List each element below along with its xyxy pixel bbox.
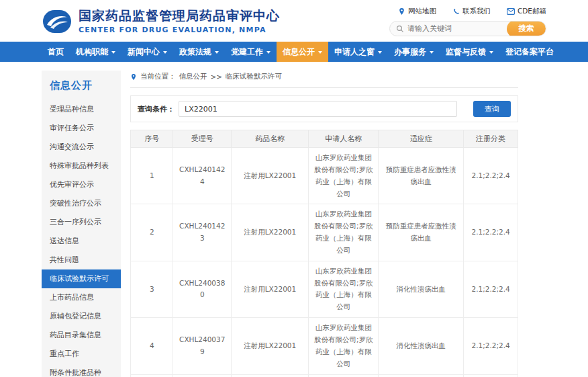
mail-icon xyxy=(507,8,515,15)
cell-reg-category: 2.1;2.2;2.4 xyxy=(464,261,518,317)
col-header-indication: 适应症 xyxy=(379,130,464,148)
quick-link-label: 联系我们 xyxy=(462,7,491,16)
col-header-reg-category: 注册分类 xyxy=(464,130,518,148)
sidebar-item-accepted-varieties[interactable]: 受理品种信息 xyxy=(42,100,121,119)
results-table: 序号 受理号 药品名称 申请人名称 适应症 注册分类 1 CXHL2401424… xyxy=(130,130,518,377)
chevron-down-icon xyxy=(215,51,219,54)
chevron-down-icon xyxy=(163,51,167,54)
breadcrumb-current-link[interactable]: 临床试验默示许可 xyxy=(226,72,282,81)
sidebar-item-special-approval-list[interactable]: 特殊审批品种列表 xyxy=(42,157,121,175)
sidebar-item-priority-review[interactable]: 优先审评公示 xyxy=(42,175,121,194)
nav-item-label: 信息公开 xyxy=(283,46,315,58)
map-pin-icon xyxy=(398,7,405,15)
nav-item-applicant-window[interactable]: 申请人之窗 xyxy=(328,42,388,62)
cell-acceptance-no: CXHL2400378 xyxy=(173,374,232,377)
query-bar: 查询条件： 查询 xyxy=(130,95,518,122)
nav-item-label: 登记备案平台 xyxy=(505,46,554,58)
col-header-acceptance-no: 受理号 xyxy=(173,130,232,148)
content: 信息公开 受理品种信息 审评任务公示 沟通交流公示 特殊审批品种列表 优先审评公… xyxy=(42,62,546,377)
table-header-row: 序号 受理号 药品名称 申请人名称 适应症 注册分类 xyxy=(131,130,518,148)
cell-reg-category: 2.1;2.2;2.4 xyxy=(464,204,518,261)
sidebar-item-review-tasks[interactable]: 审评任务公示 xyxy=(42,119,121,138)
sidebar-item-key-work[interactable]: 重点工作 xyxy=(42,345,121,364)
nav-item-registration-platform[interactable]: 登记备案平台 xyxy=(499,42,560,62)
table-row[interactable]: 3 CXHL2400380 注射用LX22001 山东罗欣药业集团股份有限公司;… xyxy=(131,261,518,317)
site-subtitle: CENTER FOR DRUG EVALUATION, NMPA xyxy=(79,26,280,34)
header-right: 网站地图 联系我们 CDE邮箱 xyxy=(389,6,546,36)
nav-item-info-disclosure[interactable]: 信息公开 xyxy=(277,42,328,62)
nav-item-home[interactable]: 首页 xyxy=(42,42,70,62)
sidebar-item-common-issues[interactable]: 共性问题 xyxy=(42,251,121,269)
breadcrumb-section-link[interactable]: 信息公开 xyxy=(179,72,207,81)
quick-link-sitemap[interactable]: 网站地图 xyxy=(398,7,436,16)
chevron-down-icon xyxy=(489,51,493,54)
table-row[interactable]: 2 CXHL2401423 注射用LX22001 山东罗欣药业集团股份有限公司;… xyxy=(131,204,518,261)
cell-reg-category: 2.1;2.2;2.4 xyxy=(464,318,518,374)
nav-item-label: 政策法规 xyxy=(179,46,211,58)
search-icon xyxy=(396,25,404,33)
chevron-down-icon xyxy=(111,51,115,54)
search-input[interactable] xyxy=(407,24,507,33)
col-header-applicant: 申请人名称 xyxy=(309,130,379,148)
table-header: 序号 受理号 药品名称 申请人名称 适应症 注册分类 xyxy=(131,130,518,148)
cell-seq: 2 xyxy=(131,204,173,261)
sidebar-item-delivery-info[interactable]: 送达信息 xyxy=(42,232,121,251)
quick-link-label: 网站地图 xyxy=(408,7,436,16)
col-header-seq: 序号 xyxy=(131,130,173,148)
sidebar-item-drug-catalog[interactable]: 药品目录集信息 xyxy=(42,326,121,345)
chevron-down-icon xyxy=(430,51,434,54)
cell-drug-name: 注射用LX22001 xyxy=(232,204,309,261)
site-title: 国家药品监督管理局药品审评中心 xyxy=(79,8,280,24)
cell-drug-name: 注射用LX22001 xyxy=(232,318,309,374)
cell-drug-name: 注射用LX22001 xyxy=(232,374,309,377)
main-panel: 当前位置： 信息公开 >> 临床试验默示许可 查询条件： 查询 序号 受理 xyxy=(130,71,546,377)
nav-item-functions[interactable]: 机构职能 xyxy=(70,42,121,62)
cell-applicant: 山东罗欣药业集团股份有限公司;罗欣药业（上海）有限公司 xyxy=(309,261,379,317)
sidebar-item-clinical-trial-implied-license[interactable]: 临床试验默示许可 xyxy=(42,269,121,288)
sidebar-item-breakthrough-therapy[interactable]: 突破性治疗公示 xyxy=(42,194,121,213)
nav-item-party-building[interactable]: 党建工作 xyxy=(225,42,277,62)
search-button[interactable]: 搜索 xyxy=(507,21,546,36)
cell-seq: 4 xyxy=(131,318,173,374)
sidebar-item-three-in-one[interactable]: 三合一序列公示 xyxy=(42,213,121,232)
cell-indication: 预防重症患者应激性溃疡出血 xyxy=(379,148,464,204)
sidebar-item-conditional-approval[interactable]: 附条件批准品种 xyxy=(42,364,121,377)
nav-item-label: 党建工作 xyxy=(231,46,263,58)
location-pin-icon xyxy=(130,73,137,81)
cell-reg-category: 2.1;2.2;2.4 xyxy=(464,148,518,204)
cell-seq: 1 xyxy=(131,148,173,204)
nav-inner: 首页 机构职能 新闻中心 政策法规 党建工作 信息公开 申请人之窗 办事服务 监… xyxy=(42,42,546,62)
table-row[interactable]: 1 CXHL2401424 注射用LX22001 山东罗欣药业集团股份有限公司;… xyxy=(131,148,518,204)
cell-drug-name: 注射用LX22001 xyxy=(232,261,309,317)
sidebar-item-marketed-drugs[interactable]: 上市药品信息 xyxy=(42,288,121,307)
table-row[interactable]: 5 CXHL2400378 注射用LX22001 山东罗欣药业集团股份有限公司;… xyxy=(131,374,518,377)
table-row[interactable]: 4 CXHL2400379 注射用LX22001 山东罗欣药业集团股份有限公司;… xyxy=(131,318,518,374)
query-input[interactable] xyxy=(179,101,457,117)
col-header-drug-name: 药品名称 xyxy=(232,130,309,148)
search-box: 搜索 xyxy=(389,21,546,36)
nav-item-supervision-feedback[interactable]: 监督与反馈 xyxy=(440,42,499,62)
cell-reg-category: 2.1;2.2 xyxy=(464,374,518,377)
cell-drug-name: 注射用LX22001 xyxy=(232,148,309,204)
table-body: 1 CXHL2401424 注射用LX22001 山东罗欣药业集团股份有限公司;… xyxy=(131,148,518,377)
brand[interactable]: 国家药品监督管理局药品审评中心 CENTER FOR DRUG EVALUATI… xyxy=(42,6,280,36)
nav-item-label: 监督与反馈 xyxy=(446,46,486,58)
nav-item-label: 办事服务 xyxy=(394,46,426,58)
cell-acceptance-no: CXHL2400380 xyxy=(173,261,232,317)
quick-link-mail[interactable]: CDE邮箱 xyxy=(507,7,546,16)
nav-item-label: 首页 xyxy=(48,46,64,58)
chevron-down-icon xyxy=(318,51,322,54)
query-button[interactable]: 查询 xyxy=(473,101,511,117)
breadcrumb-separator: >> xyxy=(211,73,223,81)
quick-link-contact[interactable]: 联系我们 xyxy=(452,7,491,16)
nav-item-services[interactable]: 办事服务 xyxy=(388,42,440,62)
quick-link-label: CDE邮箱 xyxy=(518,7,546,16)
breadcrumb-prefix: 当前位置： xyxy=(140,72,176,81)
sidebar-item-communication[interactable]: 沟通交流公示 xyxy=(42,138,121,157)
sidebar-item-excipient-registration[interactable]: 原辅包登记信息 xyxy=(42,307,121,326)
nav-item-policies[interactable]: 政策法规 xyxy=(173,42,225,62)
nav-item-news[interactable]: 新闻中心 xyxy=(121,42,173,62)
query-label: 查询条件： xyxy=(138,104,175,114)
nav-item-label: 申请人之窗 xyxy=(334,46,375,58)
cell-applicant: 山东罗欣药业集团股份有限公司;罗欣药业（上海）有限公司 xyxy=(309,204,379,261)
